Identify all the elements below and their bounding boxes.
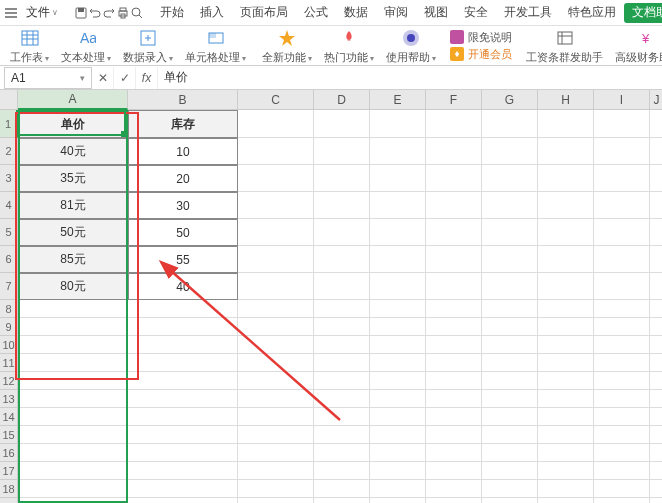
formula-input[interactable]: 单价: [158, 69, 662, 86]
cell[interactable]: [128, 408, 238, 426]
cell[interactable]: [370, 372, 426, 390]
cell[interactable]: [538, 372, 594, 390]
cell[interactable]: [128, 318, 238, 336]
cell[interactable]: [314, 165, 370, 192]
cell[interactable]: [370, 462, 426, 480]
cell[interactable]: [594, 390, 650, 408]
cell[interactable]: [18, 480, 128, 498]
cell[interactable]: [426, 192, 482, 219]
cell[interactable]: [538, 165, 594, 192]
cell[interactable]: [18, 372, 128, 390]
cell[interactable]: [538, 138, 594, 165]
cell[interactable]: [314, 318, 370, 336]
cell[interactable]: [482, 110, 538, 138]
cell[interactable]: [314, 408, 370, 426]
row-header[interactable]: 15: [0, 426, 18, 444]
cell[interactable]: 50: [128, 219, 238, 246]
undo-icon[interactable]: [88, 3, 102, 23]
cell[interactable]: [370, 408, 426, 426]
cell[interactable]: [426, 300, 482, 318]
cell[interactable]: [370, 246, 426, 273]
cell[interactable]: 85元: [18, 246, 128, 273]
cell[interactable]: [594, 336, 650, 354]
cell[interactable]: [482, 336, 538, 354]
cell[interactable]: 30: [128, 192, 238, 219]
cell[interactable]: [370, 300, 426, 318]
cell[interactable]: [650, 372, 662, 390]
cell[interactable]: [426, 426, 482, 444]
cell[interactable]: [238, 444, 314, 462]
cell[interactable]: [18, 408, 128, 426]
row-header[interactable]: 17: [0, 462, 18, 480]
cell[interactable]: [650, 462, 662, 480]
cell[interactable]: [482, 480, 538, 498]
cell[interactable]: 40: [128, 273, 238, 300]
cell[interactable]: [594, 372, 650, 390]
cell[interactable]: [370, 354, 426, 372]
cell[interactable]: [238, 138, 314, 165]
cell[interactable]: [594, 354, 650, 372]
cell[interactable]: [370, 273, 426, 300]
cell[interactable]: [650, 354, 662, 372]
cell[interactable]: [370, 110, 426, 138]
tab-formula[interactable]: 公式: [296, 0, 336, 26]
cell[interactable]: [238, 192, 314, 219]
col-header-C[interactable]: C: [238, 90, 314, 110]
col-header-D[interactable]: D: [314, 90, 370, 110]
cell[interactable]: [426, 246, 482, 273]
col-header-H[interactable]: H: [538, 90, 594, 110]
cell[interactable]: [238, 246, 314, 273]
cell[interactable]: [594, 462, 650, 480]
cell[interactable]: [650, 408, 662, 426]
cell[interactable]: [650, 246, 662, 273]
cell[interactable]: [538, 336, 594, 354]
cell[interactable]: [594, 318, 650, 336]
ribbon-hot-feature[interactable]: 热门功能: [318, 27, 380, 65]
file-menu[interactable]: 文件∨: [18, 0, 66, 26]
cell[interactable]: [238, 372, 314, 390]
cell[interactable]: [538, 246, 594, 273]
name-box[interactable]: A1▾: [4, 67, 92, 89]
cell[interactable]: [314, 219, 370, 246]
col-header-B[interactable]: B: [128, 90, 238, 110]
cell[interactable]: [370, 336, 426, 354]
cell[interactable]: [538, 444, 594, 462]
cell[interactable]: 50元: [18, 219, 128, 246]
cell[interactable]: [370, 192, 426, 219]
cell[interactable]: [128, 426, 238, 444]
cell[interactable]: [314, 462, 370, 480]
row-header[interactable]: 5: [0, 219, 18, 246]
cell[interactable]: [370, 426, 426, 444]
cell[interactable]: [238, 498, 314, 503]
cell[interactable]: [314, 354, 370, 372]
cell[interactable]: [594, 426, 650, 444]
row-header[interactable]: 6: [0, 246, 18, 273]
redo-icon[interactable]: [102, 3, 116, 23]
cell[interactable]: [314, 246, 370, 273]
cell[interactable]: [650, 336, 662, 354]
cell[interactable]: [128, 300, 238, 318]
cell[interactable]: [370, 390, 426, 408]
cell[interactable]: [314, 336, 370, 354]
tab-devtools[interactable]: 开发工具: [496, 0, 560, 26]
cell[interactable]: [18, 336, 128, 354]
cell[interactable]: [426, 480, 482, 498]
cell[interactable]: [650, 192, 662, 219]
tab-review[interactable]: 审阅: [376, 0, 416, 26]
cell[interactable]: [426, 462, 482, 480]
cell[interactable]: [482, 408, 538, 426]
cell[interactable]: [538, 354, 594, 372]
cell[interactable]: [538, 498, 594, 503]
cell[interactable]: [426, 110, 482, 138]
ribbon-worksheet[interactable]: 工作表: [4, 27, 55, 65]
cell[interactable]: [538, 408, 594, 426]
cell[interactable]: 35元: [18, 165, 128, 192]
cell[interactable]: [238, 219, 314, 246]
cell[interactable]: [314, 192, 370, 219]
tab-home[interactable]: 开始: [152, 0, 192, 26]
cancel-icon[interactable]: ✕: [92, 67, 114, 89]
cell[interactable]: [594, 498, 650, 503]
cell[interactable]: [370, 498, 426, 503]
ribbon-finance[interactable]: ¥ 高级财务助手: [609, 27, 662, 65]
row-header[interactable]: 14: [0, 408, 18, 426]
